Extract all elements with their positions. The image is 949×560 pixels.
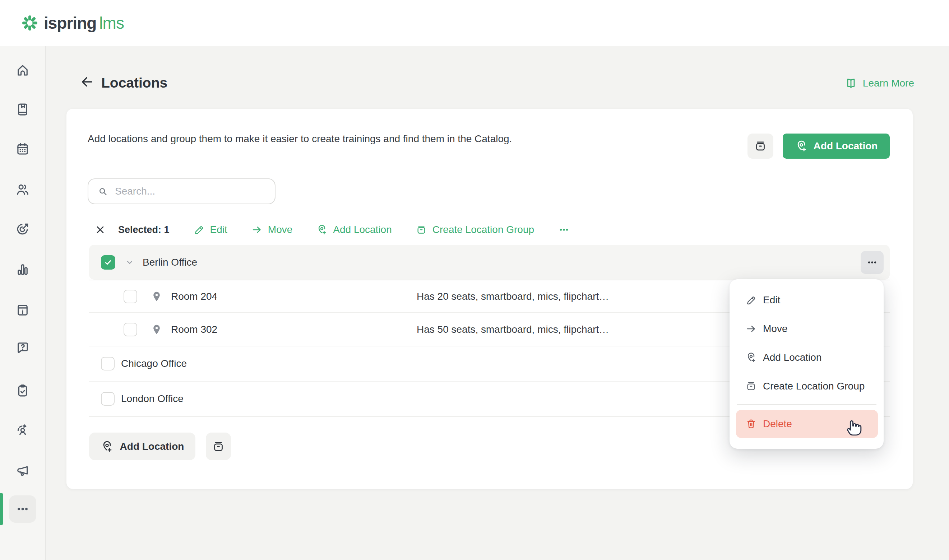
users-icon (15, 182, 30, 197)
sidebar-item-more[interactable] (9, 495, 36, 523)
clear-selection-button[interactable] (94, 224, 106, 235)
search-icon (97, 186, 108, 197)
sidebar-item-users[interactable] (9, 176, 36, 203)
location-name: Room 302 (171, 324, 217, 335)
add-location-button[interactable]: Add Location (783, 134, 890, 158)
menu-item-edit[interactable]: Edit (730, 286, 884, 314)
location-name: Chicago Office (121, 358, 187, 369)
back-arrow-icon (79, 74, 94, 89)
sidebar-item-tasks[interactable] (9, 377, 36, 404)
app-window: ispringlms Locations Learn More Add loca… (0, 0, 949, 560)
pencil-icon (193, 224, 205, 235)
location-pin-icon (150, 323, 163, 336)
location-pin-icon (150, 290, 163, 303)
group-box-icon (754, 140, 767, 152)
menu-item-add-location[interactable]: Add Location (730, 343, 884, 372)
person-360-icon (15, 423, 30, 438)
sidebar-item-calendar[interactable] (9, 135, 36, 163)
menu-item-move[interactable]: Move (730, 314, 884, 343)
brand-logo[interactable]: ispringlms (21, 13, 124, 33)
trash-icon (745, 418, 757, 430)
back-button[interactable] (76, 71, 98, 92)
sidebar-nav (0, 46, 46, 560)
pin-plus-icon (795, 140, 808, 152)
create-location-group-button[interactable] (747, 134, 773, 158)
checkbox-unchecked[interactable] (123, 290, 137, 303)
group-box-icon (745, 380, 757, 392)
checkbox-unchecked[interactable] (123, 323, 137, 336)
menu-item-create-group[interactable]: Create Location Group (730, 372, 884, 401)
search-field (88, 178, 276, 204)
pin-plus-icon (745, 352, 757, 363)
toolbar-edit-button[interactable]: Edit (193, 224, 227, 235)
calendar-icon (15, 142, 30, 157)
footer-add-location-button[interactable]: Add Location (89, 432, 196, 460)
question-chat-icon (15, 340, 30, 355)
sidebar-item-goals[interactable] (9, 215, 36, 243)
location-name: Berlin Office (143, 257, 197, 268)
ispring-flower-icon (21, 14, 39, 32)
menu-item-delete-label: Delete (763, 418, 792, 430)
close-icon (94, 224, 106, 235)
checkbox-checked[interactable] (101, 255, 115, 269)
sidebar-item-support[interactable] (9, 334, 36, 361)
toolbar-add-location-label: Add Location (333, 224, 391, 235)
sidebar-item-mentoring[interactable] (9, 416, 36, 444)
menu-item-create-group-label: Create Location Group (763, 380, 864, 392)
home-icon (15, 63, 30, 77)
toolbar-create-group-label: Create Location Group (433, 224, 534, 235)
sidebar-item-courses[interactable] (9, 96, 36, 123)
pencil-icon (745, 294, 757, 306)
tasks-clipboard-icon (15, 383, 30, 398)
more-dots-icon (866, 256, 878, 269)
target-icon (15, 222, 30, 237)
group-box-icon (212, 440, 225, 453)
toolbar-create-group-button[interactable]: Create Location Group (416, 224, 534, 235)
learn-more-link[interactable]: Learn More (844, 77, 914, 90)
menu-separator (737, 404, 877, 405)
checkbox-unchecked[interactable] (101, 357, 115, 371)
arrow-right-icon (745, 323, 757, 335)
info-kiosk-icon (15, 303, 30, 318)
toolbar-more-button[interactable] (558, 224, 570, 236)
sidebar-item-info[interactable] (9, 297, 36, 324)
footer-add-location-label: Add Location (120, 441, 184, 452)
selection-toolbar: Selected: 1 Edit Move Add Location Creat… (94, 221, 570, 239)
checkbox-unchecked[interactable] (101, 392, 115, 406)
toolbar-add-location-button[interactable]: Add Location (316, 224, 391, 235)
megaphone-icon (15, 463, 30, 478)
sidebar-active-indicator (0, 493, 3, 525)
menu-item-move-label: Move (763, 323, 787, 335)
panel-description: Add locations and group them to make it … (88, 133, 627, 145)
menu-item-edit-label: Edit (763, 294, 780, 306)
learn-more-label: Learn More (863, 77, 914, 89)
chevron-down-icon[interactable] (125, 257, 135, 268)
location-description: Has 20 seats, smartboard, mics, flipchar… (417, 291, 609, 302)
page-header: Locations Learn More (46, 46, 949, 109)
menu-item-delete[interactable]: Delete (736, 410, 878, 438)
sidebar-item-home[interactable] (9, 56, 36, 84)
selected-count: Selected: 1 (118, 225, 169, 235)
sidebar-item-announcements[interactable] (9, 457, 36, 485)
check-icon (103, 257, 113, 268)
arrow-right-icon (251, 224, 263, 235)
location-description: Has 50 seats, smartboard, mics, flipchar… (417, 324, 609, 335)
toolbar-move-button[interactable]: Move (251, 224, 293, 235)
top-bar: ispringlms (0, 0, 949, 46)
location-name: Room 204 (171, 291, 217, 302)
toolbar-edit-label: Edit (210, 224, 227, 235)
search-input[interactable] (115, 186, 266, 197)
reports-chart-icon (15, 262, 30, 277)
row-context-menu: Edit Move Add Location Create Location G… (730, 279, 884, 449)
courses-book-icon (15, 102, 30, 117)
page-title: Locations (101, 75, 167, 91)
add-location-label: Add Location (813, 140, 878, 152)
location-name: London Office (121, 393, 183, 405)
sidebar-item-reports[interactable] (9, 256, 36, 283)
open-book-icon (844, 77, 857, 90)
list-item-berlin-office[interactable]: Berlin Office (89, 245, 890, 280)
menu-item-add-location-label: Add Location (763, 352, 821, 363)
row-more-button[interactable] (861, 251, 884, 274)
pin-plus-icon (316, 224, 328, 235)
footer-create-group-button[interactable] (206, 432, 231, 460)
